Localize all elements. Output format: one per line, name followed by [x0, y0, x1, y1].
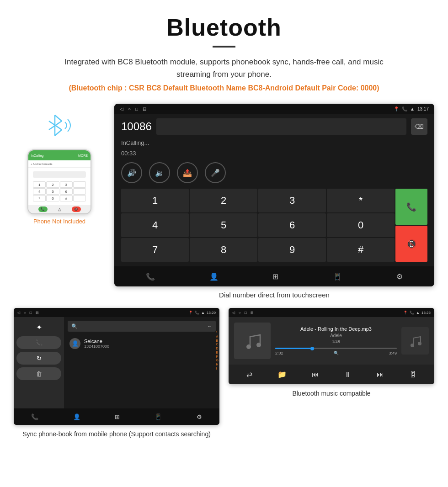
- pb-nav-settings[interactable]: ⚙: [197, 413, 202, 420]
- dial-screen-caption: Dial number direct from touchscreen: [114, 291, 434, 299]
- key-4[interactable]: 4: [121, 213, 189, 237]
- answer-call-button[interactable]: 📞: [395, 189, 427, 225]
- delete-button[interactable]: ⌫: [411, 118, 427, 135]
- key-8[interactable]: 8: [190, 238, 257, 262]
- music-note-small-icon: [407, 333, 423, 349]
- bluetooth-icon-area: [37, 108, 82, 145]
- progress-fill: [275, 348, 312, 349]
- key-0[interactable]: 0: [327, 213, 395, 237]
- nav-contacts-icon[interactable]: 👤: [204, 269, 224, 285]
- pb-sync-button[interactable]: ↻: [16, 352, 61, 365]
- pb-search-bar[interactable]: 🔍 ←: [68, 321, 216, 332]
- music-info: Adele - Rolling In the Deep.mp3 Adele 1/…: [275, 326, 397, 355]
- pb-nav-call[interactable]: 📞: [31, 413, 38, 420]
- pb-status-time: 13:20: [207, 311, 216, 315]
- search-music-icon[interactable]: 🔍: [334, 351, 339, 355]
- volume-up-button[interactable]: 🔊: [121, 162, 142, 183]
- page-header: Bluetooth Integrated with BC8 Bluetooth …: [0, 0, 448, 99]
- pb-bluetooth-icon[interactable]: ✦: [16, 321, 61, 333]
- svg-point-7: [411, 344, 414, 347]
- pb-phone-icon: 📞: [195, 311, 199, 315]
- svg-point-6: [256, 343, 261, 347]
- key-hash[interactable]: #: [327, 238, 395, 262]
- android-dial-screen: ◁ ○ □ ⊟ 📍 📞 ▲ 13:17 10086 ⌫: [114, 104, 434, 286]
- phone-top-bar: InCalling MORE: [28, 150, 91, 160]
- music-caption: Bluetooth music compatible: [229, 389, 434, 398]
- end-call-button[interactable]: 📵: [395, 226, 427, 262]
- nav-grid-icon[interactable]: ⊞: [267, 269, 284, 285]
- transfer-button[interactable]: 📤: [177, 162, 198, 183]
- pb-back-arrow: ←: [207, 323, 212, 329]
- time-total: 3:49: [389, 351, 397, 355]
- track-name: Adele - Rolling In the Deep.mp3: [275, 326, 397, 332]
- phone-call-button: 📞: [38, 206, 48, 212]
- phonebook-caption: Sync phone-book from mobile phone (Suppo…: [14, 429, 219, 439]
- pb-nav-transfer[interactable]: 📱: [155, 413, 162, 420]
- volume-down-button[interactable]: 🔉: [149, 162, 170, 183]
- nav-transfer-icon[interactable]: 📱: [327, 269, 347, 285]
- mute-button[interactable]: 🎤: [205, 162, 226, 183]
- eq-button[interactable]: 🎛: [405, 369, 420, 381]
- music-player-main: Adele - Rolling In the Deep.mp3 Adele 1/…: [229, 317, 434, 365]
- key-2[interactable]: 2: [190, 189, 257, 212]
- prev-button[interactable]: ⏮: [308, 369, 323, 381]
- pb-nav-grid[interactable]: ⊞: [115, 413, 120, 420]
- play-pause-button[interactable]: ⏸: [341, 369, 355, 381]
- pb-recent-icon: □: [30, 311, 32, 315]
- pb-delete-button[interactable]: 🗑: [16, 367, 61, 380]
- key-star[interactable]: *: [327, 189, 395, 212]
- bluetooth-signal-icon: [37, 108, 78, 143]
- contact-phone: 13241007000: [84, 344, 109, 349]
- music-block: ◁ ○ □ ⊟ 📍 📞 ▲ 13:26: [229, 308, 434, 439]
- pb-bottom-nav: 📞 👤 ⊞ 📱 ⚙: [14, 408, 219, 425]
- svg-line-3: [55, 130, 62, 136]
- dial-screen-section: ◁ ○ □ ⊟ 📍 📞 ▲ 13:17 10086 ⌫: [114, 99, 434, 299]
- calling-label: InCalling...: [121, 139, 427, 146]
- dial-bottom-nav: 📞 👤 ⊞ 📱 ⚙: [114, 266, 434, 286]
- key-9[interactable]: 9: [258, 238, 326, 262]
- music-recent-icon: □: [245, 311, 247, 315]
- main-content: InCalling MORE + Add to Contacts 1 2 3 4…: [0, 99, 448, 299]
- pb-status-bar: ◁ ○ □ ⊟ 📍 📞 ▲ 13:20: [14, 308, 219, 317]
- nav-call-icon[interactable]: 📞: [140, 269, 160, 285]
- progress-bar[interactable]: [275, 348, 397, 349]
- shuffle-button[interactable]: ⇄: [243, 368, 256, 381]
- call-buttons: 📞 📵: [395, 189, 427, 262]
- key-6[interactable]: 6: [258, 213, 326, 237]
- music-count: 1/48: [275, 339, 397, 344]
- phone-end-button: 📵: [72, 206, 81, 212]
- folder-button[interactable]: 📁: [274, 368, 290, 381]
- search-icon: 🔍: [71, 323, 78, 329]
- music-home-icon: ○: [239, 311, 241, 315]
- location-icon: 📍: [394, 106, 399, 111]
- progress-dot: [310, 347, 314, 350]
- dial-content: 10086 ⌫ InCalling... 00:33 🔊 🔉 📤 🎤: [114, 114, 434, 266]
- phone-search-bar: [33, 171, 86, 178]
- phone-not-included-label: Phone Not Included: [33, 218, 85, 225]
- key-7[interactable]: 7: [121, 238, 189, 262]
- music-location-icon: 📍: [403, 311, 408, 315]
- pb-apps-icon: ⊟: [36, 311, 39, 315]
- key-1[interactable]: 1: [121, 189, 189, 212]
- next-button[interactable]: ⏭: [373, 369, 388, 381]
- music-wifi-icon: ▲: [416, 311, 420, 315]
- music-phone-icon: 📞: [410, 311, 414, 315]
- key-5[interactable]: 5: [190, 213, 257, 237]
- pb-call-button[interactable]: 📞: [16, 336, 61, 349]
- dial-number: 10086: [121, 120, 152, 133]
- home-icon: ○: [128, 106, 131, 111]
- svg-point-5: [246, 344, 251, 349]
- phone-section: InCalling MORE + Add to Contacts 1 2 3 4…: [14, 99, 105, 225]
- wifi-icon: ▲: [410, 106, 415, 111]
- pb-main: 🔍 ← 👤 Seicane 13241007000 *: [64, 317, 219, 408]
- contact-row[interactable]: 👤 Seicane 13241007000: [68, 335, 216, 352]
- orange-note: (Bluetooth chip : CSR BC8 Default Blueto…: [27, 84, 421, 92]
- phone-bottom-bar: 📞 △ 📵: [28, 205, 91, 213]
- page-title: Bluetooth: [27, 14, 421, 41]
- nav-settings-icon[interactable]: ⚙: [391, 269, 408, 285]
- pb-nav-contact[interactable]: 👤: [73, 413, 80, 420]
- phone-status-icon: 📞: [402, 106, 407, 111]
- key-3[interactable]: 3: [258, 189, 326, 212]
- contact-info: Seicane 13241007000: [84, 339, 109, 349]
- pb-home-icon: ○: [24, 311, 26, 315]
